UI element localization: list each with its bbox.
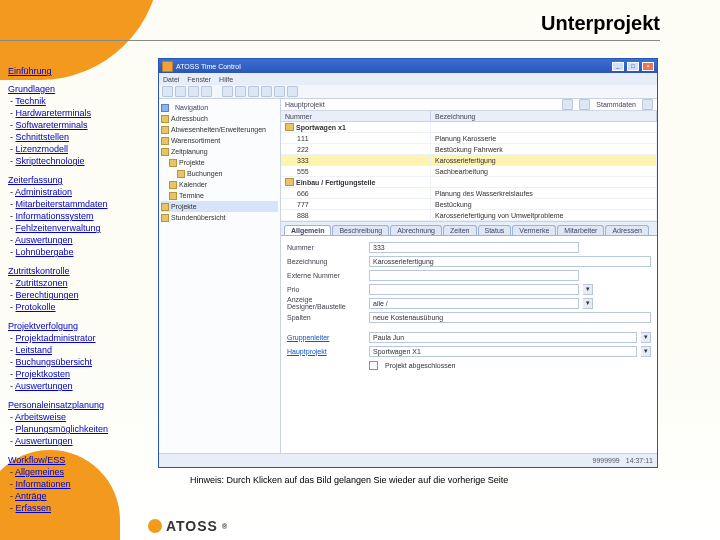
tree-item[interactable]: Projekte	[161, 157, 278, 168]
window-close-button[interactable]: ×	[642, 62, 654, 71]
tab-allgemein[interactable]: Allgemein	[284, 225, 331, 235]
tab-status[interactable]: Status	[478, 225, 512, 235]
nav-grundlagen[interactable]: Grundlagen	[8, 84, 55, 94]
input-nummer[interactable]: 333	[369, 242, 579, 253]
nav-item[interactable]: Auswertungen	[15, 436, 73, 446]
select-hauptprojekt[interactable]: Sportwagen X1	[369, 346, 637, 357]
nav-zeiterfassung[interactable]: Zeiterfassung	[8, 175, 63, 185]
nav-item[interactable]: Allgemeines	[15, 467, 64, 477]
nav-workflow[interactable]: Workflow/ESS	[8, 455, 65, 465]
toolbar-icon[interactable]	[642, 99, 653, 110]
breadcrumb-item[interactable]: Hauptprojekt	[285, 101, 325, 108]
column-header[interactable]: Bezeichnung	[431, 111, 657, 121]
link-gruppenleiter[interactable]: Gruppenleiter	[287, 334, 365, 341]
window-minimize-button[interactable]: _	[612, 62, 624, 71]
tree-item[interactable]: Buchungen	[161, 168, 278, 179]
toolbar-icon[interactable]	[235, 86, 246, 97]
tab-zeiten[interactable]: Zeiten	[443, 225, 476, 235]
nav-item[interactable]: Administration	[15, 187, 72, 197]
app-screenshot[interactable]: ATOSS Time Control _ □ × Datei Fenster H…	[158, 58, 658, 468]
nav-item[interactable]: Anträge	[15, 491, 47, 501]
input-prio[interactable]	[369, 284, 579, 295]
nav-item[interactable]: Zutrittszonen	[16, 278, 68, 288]
tree-item[interactable]: Adressbuch	[161, 113, 278, 124]
tab-beschreibung[interactable]: Beschreibung	[332, 225, 389, 235]
nav-item[interactable]: Leitstand	[16, 345, 53, 355]
tree-item[interactable]: Abwesenheiten/Erweiterungen	[161, 124, 278, 135]
nav-item[interactable]: Buchungsübersicht	[16, 357, 93, 367]
input-spalten[interactable]: neue Kostenausübung	[369, 312, 651, 323]
nav-item[interactable]: Informationen	[16, 479, 71, 489]
nav-zutritt[interactable]: Zutrittskontrolle	[8, 266, 70, 276]
toolbar-icon[interactable]	[562, 99, 573, 110]
tab-mitarbeiter[interactable]: Mitarbeiter	[557, 225, 604, 235]
tab-adressen[interactable]: Adressen	[605, 225, 649, 235]
nav-item[interactable]: Auswertungen	[15, 235, 73, 245]
nav-einfuehrung[interactable]: Einführung	[8, 66, 52, 76]
table-row[interactable]: 666Planung des Wasserkreislaufes	[281, 188, 657, 199]
tab-vermerke[interactable]: Vermerke	[512, 225, 556, 235]
data-grid[interactable]: Nummer Bezeichnung Sportwagen x1111Planu…	[281, 111, 657, 222]
nav-item[interactable]: Planungsmöglichkeiten	[16, 424, 109, 434]
tree-item[interactable]: Zeitplanung	[161, 146, 278, 157]
select-gruppenleiter[interactable]: Paula Jun	[369, 332, 637, 343]
table-row[interactable]: 888Karosseriefertigung von Umweltproblem…	[281, 210, 657, 221]
table-row[interactable]: 333Karosseriefertigung	[281, 155, 657, 166]
dropdown-icon[interactable]: ▾	[641, 346, 651, 357]
nav-item[interactable]: Projektkosten	[16, 369, 71, 379]
tree-item[interactable]: Stundenübersicht	[161, 212, 278, 223]
toolbar-icon[interactable]	[274, 86, 285, 97]
toolbar-icon[interactable]	[261, 86, 272, 97]
toolbar-icon[interactable]	[201, 86, 212, 97]
dropdown-icon[interactable]: ▾	[641, 332, 651, 343]
nav-item[interactable]: Protokolle	[16, 302, 56, 312]
link-hauptprojekt[interactable]: Hauptprojekt	[287, 348, 365, 355]
table-row[interactable]: 111Planung Karosserie	[281, 133, 657, 144]
nav-item[interactable]: Fehlzeitenverwaltung	[16, 223, 101, 233]
tree-item[interactable]: Projekte	[161, 201, 278, 212]
nav-item[interactable]: Berechtigungen	[16, 290, 79, 300]
toolbar-icon[interactable]	[248, 86, 259, 97]
nav-item[interactable]: Mitarbeiterstammdaten	[16, 199, 108, 209]
toolbar-icon[interactable]	[175, 86, 186, 97]
nav-projekt[interactable]: Projektverfolgung	[8, 321, 78, 331]
breadcrumb-item[interactable]: Stammdaten	[596, 101, 636, 108]
toolbar-icon[interactable]	[222, 86, 233, 97]
nav-item[interactable]: Projektadministrator	[16, 333, 96, 343]
tree-item[interactable]: Warensortiment	[161, 135, 278, 146]
column-header[interactable]: Nummer	[281, 111, 431, 121]
toolbar-icon[interactable]	[579, 99, 590, 110]
navigation-tree[interactable]: Navigation AdressbuchAbwesenheiten/Erwei…	[159, 99, 281, 453]
table-row[interactable]: 555Sachbearbeitung	[281, 166, 657, 177]
menu-item[interactable]: Datei	[163, 76, 179, 83]
nav-item[interactable]: Schnittstellen	[16, 132, 70, 142]
nav-item[interactable]: Skripttechnologie	[16, 156, 85, 166]
nav-item[interactable]: Hardwareterminals	[16, 108, 92, 118]
toolbar-icon[interactable]	[287, 86, 298, 97]
table-row[interactable]: 777Bestückung	[281, 199, 657, 210]
toolbar-icon[interactable]	[162, 86, 173, 97]
nav-item[interactable]: Arbeitsweise	[15, 412, 66, 422]
tree-item[interactable]: Kalender	[161, 179, 278, 190]
input-bezeichnung[interactable]: Karosseriefertigung	[369, 256, 651, 267]
dropdown-icon[interactable]: ▾	[583, 298, 593, 309]
toolbar-icon[interactable]	[188, 86, 199, 97]
nav-item[interactable]: Technik	[15, 96, 46, 106]
nav-item[interactable]: Lizenzmodell	[16, 144, 69, 154]
input-externe-nummer[interactable]	[369, 270, 579, 281]
nav-item[interactable]: Lohnübergabe	[16, 247, 74, 257]
nav-pep[interactable]: Personaleinsatzplanung	[8, 400, 104, 410]
window-maximize-button[interactable]: □	[627, 62, 639, 71]
input-anzeige[interactable]: alle /	[369, 298, 579, 309]
menu-item[interactable]: Hilfe	[219, 76, 233, 83]
table-row[interactable]: Einbau / Fertigungsteile	[281, 177, 657, 188]
dropdown-icon[interactable]: ▾	[583, 284, 593, 295]
nav-item[interactable]: Informationssystem	[16, 211, 94, 221]
tab-abrechnung[interactable]: Abrechnung	[390, 225, 442, 235]
nav-item[interactable]: Softwareterminals	[16, 120, 88, 130]
nav-item[interactable]: Erfassen	[16, 503, 52, 513]
nav-item[interactable]: Auswertungen	[15, 381, 73, 391]
menu-item[interactable]: Fenster	[187, 76, 211, 83]
table-row[interactable]: 222Bestückung Fahrwerk	[281, 144, 657, 155]
tree-item[interactable]: Termine	[161, 190, 278, 201]
